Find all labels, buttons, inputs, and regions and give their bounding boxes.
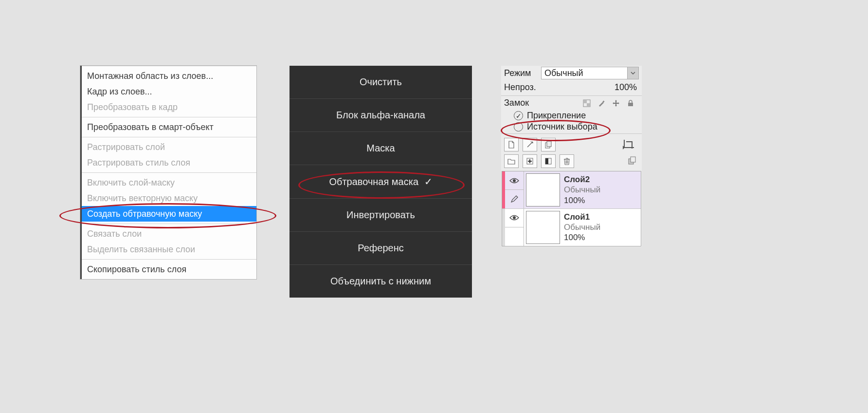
lock-label: Замок [504,98,538,108]
layer-meta: Слой2 Обычный 100% [562,171,641,208]
pencil-icon[interactable] [505,190,524,208]
attach-label: Прикрепление [527,111,586,121]
wand-icon[interactable] [523,138,537,151]
layer-mode: Обычный [564,222,639,232]
svg-point-14 [513,216,516,219]
selection-source-option[interactable]: Источник выбора [501,121,642,132]
menu-left-accent [80,66,82,279]
layer-row[interactable]: Слой2 Обычный 100% [502,171,641,208]
radio-unchecked-icon[interactable] [514,122,523,131]
menu-group: Преобразовать в смарт-объект [80,117,256,137]
menu-group: Скопировать стиль слоя [80,259,256,279]
radio-checked-icon[interactable] [514,111,523,120]
lock-icon[interactable] [625,98,636,108]
copy-icon[interactable] [625,154,639,167]
dropdown-caret-icon[interactable] [627,67,638,79]
add-icon[interactable] [523,154,537,168]
menu-item-enable-vector-mask: Включить векторную маску [80,190,256,206]
move-icon[interactable] [611,98,621,108]
layers-panel: Режим Обычный Непроз. 100% Замок [501,66,642,247]
menu-group: Монтажная область из слоев... Кадр из сл… [80,66,256,117]
layer-toolbar-2 [501,154,642,171]
blend-mode-select[interactable]: Обычный [541,67,639,79]
dark-menu-item-alpha-block[interactable]: Блок альфа-канала [289,98,472,131]
attach-option[interactable]: Прикрепление [501,110,642,121]
menu-item-copy-layer-style[interactable]: Скопировать стиль слоя [80,262,256,277]
menu-item-rasterize-layer-style: Растрировать стиль слоя [80,155,256,170]
panel-divider [501,95,642,96]
dark-menu-item-invert[interactable]: Инвертировать [289,198,472,231]
layers-list: Слой2 Обычный 100% Слой1 Обычный 100% [502,171,641,246]
layer-mode: Обычный [564,185,639,195]
menu-group: Растрировать слой Растрировать стиль сло… [80,137,256,172]
svg-point-13 [513,179,516,182]
menu-item-convert-to-frame: Преобразовать в кадр [80,99,256,115]
eye-icon[interactable] [505,171,524,190]
dark-menu-item-clear[interactable]: Очистить [289,66,472,98]
layer-opacity: 100% [564,232,639,243]
svg-rect-2 [587,103,590,107]
menu-item-create-clipping-mask[interactable]: Создать обтравочную маску [80,206,256,222]
menu-item-rasterize-layer: Растрировать слой [80,139,256,155]
crop-icon[interactable] [619,138,639,150]
dark-context-menu: Очистить Блок альфа-канала Маска Обтраво… [289,66,472,298]
dark-menu-item-merge-down[interactable]: Объединить с нижним [289,264,472,298]
pages-icon[interactable] [541,138,556,151]
layer-row[interactable]: Слой1 Обычный 100% [502,208,641,246]
dark-menu-item-mask[interactable]: Маска [289,131,472,165]
svg-rect-10 [545,158,548,164]
mask-icon[interactable] [541,154,556,168]
opacity-label: Непроз. [504,82,538,93]
dark-menu-item-clipping-mask[interactable]: Обтравочная маска ✓ [289,165,472,198]
menu-item-artboard-from-layers[interactable]: Монтажная область из слоев... [80,68,256,84]
svg-rect-12 [631,157,635,162]
eye-icon[interactable] [505,209,524,227]
layer-controls [505,171,524,208]
svg-rect-4 [628,103,633,106]
layer-name[interactable]: Слой2 [564,174,639,185]
trash-icon[interactable] [560,154,574,168]
layer-thumbnail[interactable] [526,173,560,206]
svg-rect-7 [547,141,551,147]
checker-icon[interactable] [581,98,592,108]
dark-menu-item-label: Обтравочная маска [329,176,418,187]
menu-item-link-layers: Связать слои [80,226,256,242]
page-icon[interactable] [504,138,519,151]
panel-divider [501,133,642,134]
blend-mode-value: Обычный [542,68,627,78]
menu-group: Связать слои Выделить связанные слои [80,224,256,259]
svg-rect-1 [583,100,587,103]
layer-name[interactable]: Слой1 [564,212,639,222]
lock-row: Замок [501,97,642,110]
photoshop-context-menu: Монтажная область из слоев... Кадр из сл… [80,66,256,279]
layer-opacity: 100% [564,195,639,206]
blend-mode-row: Режим Обычный [501,66,642,81]
layer-meta: Слой1 Обычный 100% [562,209,641,246]
layer-controls [505,209,524,246]
menu-group: Включить слой-маску Включить векторную м… [80,172,256,224]
brush-icon[interactable] [596,98,607,108]
folder-icon[interactable] [504,154,519,168]
opacity-value[interactable]: 100% [615,82,639,93]
opacity-row: Непроз. 100% [501,81,642,94]
layer-toolbar-1 [501,135,642,154]
blend-mode-label: Режим [504,68,538,78]
menu-item-convert-to-smart-object[interactable]: Преобразовать в смарт-объект [80,119,256,135]
menu-item-enable-layer-mask: Включить слой-маску [80,175,256,190]
blank-cell [505,227,524,245]
checkmark-icon: ✓ [424,176,433,187]
layer-thumbnail[interactable] [526,211,560,244]
menu-item-select-linked-layers: Выделить связанные слои [80,242,256,257]
menu-item-frame-from-layers[interactable]: Кадр из слоев... [80,84,256,99]
dark-menu-item-reference[interactable]: Референс [289,231,472,264]
selection-source-label: Источник выбора [527,122,597,132]
